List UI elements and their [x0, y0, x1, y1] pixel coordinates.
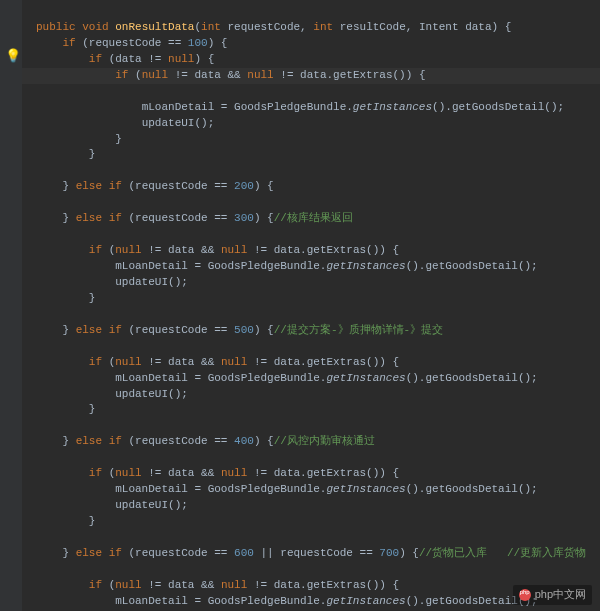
code-line	[36, 563, 43, 575]
code-line	[36, 419, 43, 431]
code-line: if (data != null) {	[36, 53, 214, 65]
code-line: updateUI();	[36, 276, 188, 288]
code-line: if (null != data && null != data.getExtr…	[36, 244, 399, 256]
code-line: }	[36, 292, 95, 304]
code-line: public void onResultData(int requestCode…	[36, 21, 511, 33]
code-line: updateUI();	[36, 499, 188, 511]
code-line: }	[36, 148, 95, 160]
code-line: mLoanDetail = GoodsPledgeBundle.getInsta…	[36, 595, 538, 607]
code-line: }	[36, 403, 95, 415]
code-line: } else if (requestCode == 500) {//提交方案-》…	[36, 324, 443, 336]
watermark: php中文网	[513, 585, 592, 605]
code-line	[36, 531, 43, 543]
code-line: } else if (requestCode == 300) {//核库结果返回	[36, 212, 353, 224]
code-line	[36, 308, 43, 320]
code-line: updateUI();	[36, 388, 188, 400]
watermark-text: php中文网	[535, 587, 586, 603]
code-line	[36, 340, 43, 352]
code-line: mLoanDetail = GoodsPledgeBundle.getInsta…	[36, 372, 538, 384]
code-line: updateUI();	[36, 117, 214, 129]
code-line	[36, 228, 43, 240]
code-line: }	[36, 515, 95, 527]
code-line: } else if (requestCode == 200) {	[36, 180, 274, 192]
php-logo-icon	[519, 589, 531, 601]
code-line	[36, 164, 43, 176]
code-line: if (requestCode == 100) {	[36, 37, 227, 49]
code-line: mLoanDetail = GoodsPledgeBundle.getInsta…	[36, 260, 538, 272]
code-line: mLoanDetail = GoodsPledgeBundle.getInsta…	[36, 101, 564, 113]
code-line: if (null != data && null != data.getExtr…	[36, 356, 399, 368]
code-line	[36, 451, 43, 463]
code-line-highlighted: if (null != data && null != data.getExtr…	[0, 68, 600, 84]
editor-gutter: 💡	[0, 0, 22, 611]
code-line: mLoanDetail = GoodsPledgeBundle.getInsta…	[36, 483, 538, 495]
code-line: if (null != data && null != data.getExtr…	[36, 467, 399, 479]
lightbulb-icon[interactable]: 💡	[5, 48, 21, 67]
code-line: } else if (requestCode == 600 || request…	[36, 547, 586, 559]
code-line: }	[36, 133, 122, 145]
code-editor[interactable]: public void onResultData(int requestCode…	[0, 0, 600, 611]
code-line: if (null != data && null != data.getExtr…	[36, 579, 399, 591]
code-line	[36, 196, 43, 208]
code-line: } else if (requestCode == 400) {//风控内勤审核…	[36, 435, 375, 447]
